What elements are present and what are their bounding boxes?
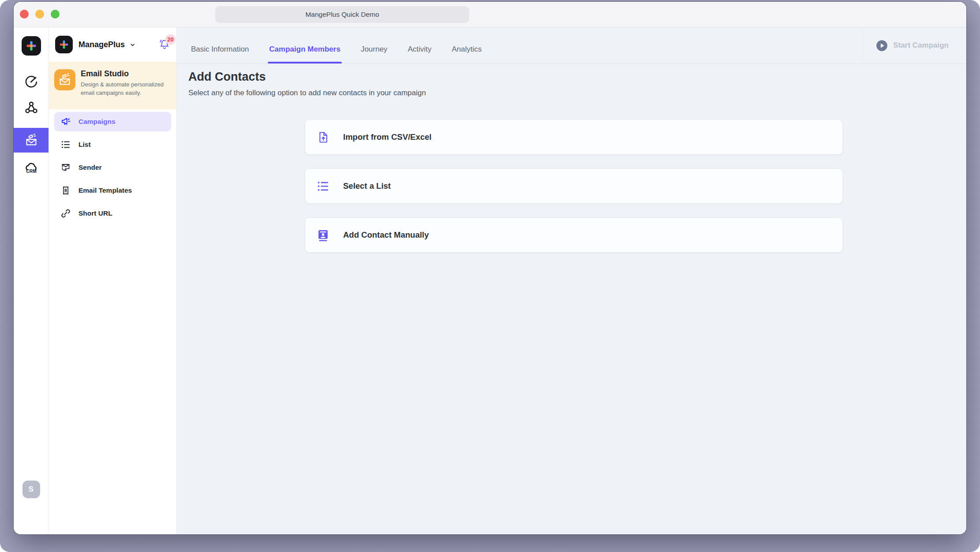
- sidebar-item-list[interactable]: List: [54, 135, 171, 154]
- email-studio-title: Email Studio: [81, 69, 165, 78]
- list-icon: [316, 179, 330, 193]
- network-nodes-icon: [24, 101, 38, 115]
- minimize-window-button[interactable]: [35, 10, 44, 19]
- sidebar-item-label: Campaigns: [79, 118, 116, 126]
- sidebar-item-label: Email Templates: [79, 186, 132, 194]
- tab-campaign-members[interactable]: Campaign Members: [269, 45, 340, 54]
- option-card-add-manually[interactable]: Add Contact Manually: [305, 217, 843, 253]
- workspace-name: ManagePlus: [79, 40, 125, 49]
- traffic-lights: [20, 10, 60, 19]
- notification-count-badge: 20: [165, 34, 176, 45]
- app-logo[interactable]: [22, 36, 41, 56]
- sidebar-item-email-templates[interactable]: Email Templates: [54, 181, 171, 200]
- page-title: Add Contacts: [188, 70, 966, 84]
- avatar-initial: S: [29, 485, 34, 494]
- workspace-switcher[interactable]: [129, 41, 136, 48]
- fullscreen-window-button[interactable]: [51, 10, 60, 19]
- crm-label: CRM: [26, 169, 37, 174]
- crm-cloud-icon: CRM: [24, 161, 38, 175]
- rail-item-network[interactable]: [22, 100, 40, 116]
- list-icon: [60, 139, 71, 150]
- sidebar-item-label: Short URL: [79, 209, 112, 217]
- tab-activity[interactable]: Activity: [408, 45, 431, 54]
- tab-basic-information[interactable]: Basic Information: [191, 45, 249, 54]
- email-studio-description: Design & automate personalized email cam…: [81, 81, 165, 97]
- titlebar: MangePlus Quick Demo: [14, 2, 966, 27]
- option-card-select-list[interactable]: Select a List: [305, 168, 843, 204]
- email-studio-card[interactable]: Email Studio Design & automate personali…: [49, 62, 176, 109]
- link-icon: [60, 208, 71, 219]
- sidebar-item-campaigns[interactable]: Campaigns: [54, 112, 171, 131]
- desktop-background: MangePlus Quick Demo: [0, 0, 980, 552]
- tab-analytics[interactable]: Analytics: [452, 45, 482, 54]
- play-circle-icon: [876, 40, 888, 52]
- notifications-button[interactable]: 20: [158, 38, 171, 51]
- option-label: Import from CSV/Excel: [343, 132, 431, 142]
- page-content: Add Contacts Select any of the following…: [177, 64, 966, 253]
- file-upload-icon: [316, 131, 330, 144]
- main-panel: Basic Information Campaign Members Journ…: [177, 27, 966, 534]
- colorful-plus-icon: [57, 38, 71, 51]
- sidebar: ManagePlus 20: [49, 27, 177, 534]
- receipt-template-icon: [60, 185, 71, 196]
- rail-item-dashboard[interactable]: [22, 73, 40, 89]
- option-label: Add Contact Manually: [343, 230, 429, 240]
- rail-item-crm[interactable]: CRM: [22, 160, 40, 177]
- tab-journey[interactable]: Journey: [361, 45, 387, 54]
- email-megaphone-icon: [24, 133, 38, 147]
- sidebar-item-label: List: [79, 141, 91, 149]
- option-card-import-csv[interactable]: Import from CSV/Excel: [305, 119, 843, 155]
- user-avatar[interactable]: S: [22, 481, 40, 498]
- app-rail: CRM S: [14, 27, 49, 534]
- rail-item-email-studio[interactable]: [14, 128, 49, 153]
- sidebar-item-short-url[interactable]: Short URL: [54, 204, 171, 223]
- colorful-plus-icon: [24, 38, 39, 53]
- start-campaign-label: Start Campaign: [893, 41, 949, 50]
- send-mail-icon: [60, 162, 71, 173]
- sidebar-header: ManagePlus 20: [49, 27, 176, 62]
- sidebar-item-sender[interactable]: Sender: [54, 158, 171, 177]
- megaphone-icon: [60, 116, 71, 127]
- email-studio-icon: [54, 69, 75, 90]
- add-contact-options: Import from CSV/Excel Select a List: [305, 119, 843, 253]
- sidebar-nav: Campaigns List: [49, 109, 176, 227]
- chevron-down-icon: [129, 41, 136, 48]
- workspace-logo[interactable]: [55, 36, 73, 53]
- window-title: MangePlus Quick Demo: [215, 6, 469, 23]
- close-window-button[interactable]: [20, 10, 29, 19]
- page-subtitle: Select any of the following option to ad…: [188, 89, 966, 97]
- contact-card-icon: [316, 228, 330, 242]
- tab-bar: Basic Information Campaign Members Journ…: [177, 27, 966, 64]
- sidebar-item-label: Sender: [79, 164, 102, 172]
- start-campaign-button[interactable]: Start Campaign: [862, 27, 966, 63]
- option-label: Select a List: [343, 181, 391, 191]
- app-window: MangePlus Quick Demo: [14, 2, 966, 534]
- speedometer-icon: [24, 74, 38, 88]
